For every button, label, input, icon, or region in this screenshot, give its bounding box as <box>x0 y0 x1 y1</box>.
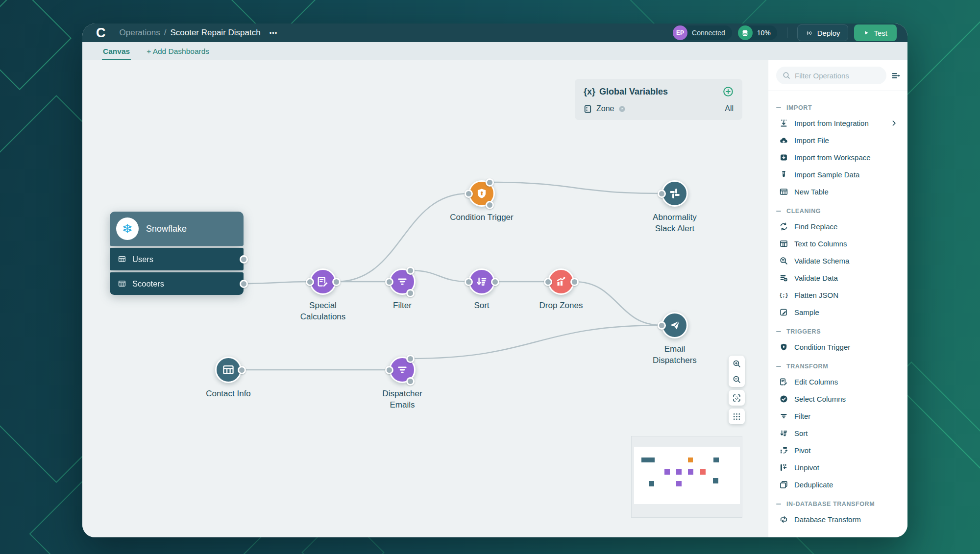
port-filter-bottom-right[interactable] <box>406 289 415 297</box>
port-users[interactable] <box>240 255 248 264</box>
deploy-button[interactable]: Deploy <box>797 24 849 41</box>
table-icon <box>222 364 234 376</box>
port-condition-trigger-top-right[interactable] <box>486 178 494 187</box>
dots-grid-icon <box>733 412 741 421</box>
avatar: EP <box>673 25 687 40</box>
node-abnormality-slack-alert-label: Abnormality Slack Alert <box>643 212 707 235</box>
sidebar-item-sort[interactable]: Sort <box>776 425 901 442</box>
port-dispatcher-emails-top-right[interactable] <box>406 355 415 363</box>
plus-circle-icon <box>723 86 734 97</box>
collapse-section-icon[interactable] <box>776 107 781 108</box>
tab-add-dashboards[interactable]: + Add Dashboards <box>147 47 209 60</box>
minimap-node <box>676 469 682 475</box>
sidebar-item-label: Text to Columns <box>794 240 847 248</box>
sidebar-item-label: Import from Integration <box>794 119 869 127</box>
sidebar-item-label: Import from Workspace <box>794 153 871 162</box>
connection-status: Connected <box>692 29 725 37</box>
sidebar-item-pivot[interactable]: Pivot <box>776 442 901 459</box>
snowflake-group[interactable]: ❄ Snowflake UsersScooters <box>110 212 244 295</box>
port-abnormality-slack-alert-left[interactable] <box>658 190 666 198</box>
zoom-control-group <box>729 409 745 424</box>
more-menu-button[interactable]: ••• <box>270 29 278 37</box>
snowflake-group-header[interactable]: ❄ Snowflake <box>110 212 244 246</box>
minimap-node <box>664 469 670 475</box>
test-button[interactable]: Test <box>854 24 897 41</box>
sidebar-item-select-columns[interactable]: Select Columns <box>776 390 901 408</box>
layout-dots-button[interactable] <box>729 409 745 424</box>
sidebar-item-unpivot[interactable]: Unpivot <box>776 459 901 476</box>
zoom-in-button[interactable] <box>729 356 745 371</box>
group-table-scooters[interactable]: Scooters <box>110 272 244 295</box>
sidebar-item-validate-data[interactable]: Validate Data <box>776 269 901 287</box>
variable-box-icon <box>584 105 592 113</box>
breadcrumb: Operations / Scooter Repair Dispatch <box>120 28 261 38</box>
sidebar-item-find-replace[interactable]: Find Replace <box>776 218 901 235</box>
section-header-cleaning: CLEANING <box>776 208 901 215</box>
sidebar-item-filter[interactable]: Filter <box>776 408 901 425</box>
topbar-divider <box>787 27 787 38</box>
collapse-section-icon[interactable] <box>776 504 781 505</box>
sidebar-item-new-table[interactable]: New Table <box>776 183 901 200</box>
port-email-dispatchers-left[interactable] <box>658 321 666 330</box>
help-icon[interactable]: ? <box>618 105 626 113</box>
usage-pill[interactable]: 10% <box>738 25 777 40</box>
sample-tube-icon <box>780 170 788 179</box>
sidebar-item-label: Deduplicate <box>794 481 833 489</box>
sidebar-item-import-file[interactable]: Import File <box>776 132 901 149</box>
unpivot-icon <box>780 463 788 472</box>
sidebar-item-text-to-columns[interactable]: Text to Columns <box>776 235 901 252</box>
sidebar-item-import-from-integration[interactable]: Import from Integration <box>776 115 901 132</box>
minimap-node <box>649 481 654 486</box>
collapse-sidebar-icon[interactable] <box>891 71 901 80</box>
breadcrumb-section[interactable]: Operations <box>120 28 160 38</box>
collapse-section-icon[interactable] <box>776 331 781 332</box>
sidebar-item-condition-trigger[interactable]: Condition Trigger <box>776 338 901 356</box>
sidebar-item-database-transform[interactable]: Database Transform <box>776 511 901 528</box>
port-condition-trigger-left[interactable] <box>465 190 473 198</box>
sort-icon <box>476 276 488 288</box>
port-dispatcher-emails-left[interactable] <box>385 366 393 374</box>
sidebar-item-flatten-json[interactable]: {;}Flatten JSON <box>776 287 901 304</box>
minimap-node <box>713 458 719 462</box>
sidebar-item-deduplicate[interactable]: Deduplicate <box>776 476 901 493</box>
minimap[interactable] <box>631 436 742 518</box>
filter-operations-input[interactable] <box>795 72 880 80</box>
collapse-section-icon[interactable] <box>776 211 781 212</box>
tab-bar: Canvas + Add Dashboards <box>82 42 907 60</box>
variable-value[interactable]: All <box>725 104 734 113</box>
port-drop-zones-left[interactable] <box>544 278 552 286</box>
tab-canvas[interactable]: Canvas <box>103 47 130 60</box>
collapse-section-icon[interactable] <box>776 366 781 367</box>
operations-sidebar: IMPORTImport from IntegrationImport File… <box>768 60 907 537</box>
collapse-list-icon <box>891 71 901 80</box>
sidebar-item-import-from-workspace[interactable]: Import from Workspace <box>776 149 901 166</box>
sidebar-item-import-sample-data[interactable]: Import Sample Data <box>776 166 901 183</box>
zoom-out-icon <box>733 375 741 384</box>
port-filter-left[interactable] <box>385 278 393 286</box>
sidebar-item-edit-columns[interactable]: Edit Columns <box>776 373 901 390</box>
chart-up-icon <box>555 276 567 288</box>
port-sort-right[interactable] <box>491 278 499 286</box>
sidebar-item-sample[interactable]: Sample <box>776 304 901 321</box>
search-icon <box>783 72 790 79</box>
sidebar-item-validate-schema[interactable]: Validate Schema <box>776 252 901 269</box>
port-scooters[interactable] <box>240 280 248 288</box>
port-filter-top-right[interactable] <box>406 266 415 275</box>
connection-pill[interactable]: EP Connected <box>673 25 732 40</box>
port-contact-info-right[interactable] <box>238 366 246 374</box>
cloud-upload-icon <box>780 136 788 145</box>
port-condition-trigger-bottom-right[interactable] <box>486 201 494 209</box>
add-variable-button[interactable] <box>723 86 734 97</box>
sidebar-item-label: Find Replace <box>794 222 837 231</box>
port-drop-zones-right[interactable] <box>570 278 579 286</box>
port-dispatcher-emails-bottom-right[interactable] <box>406 377 415 385</box>
sidebar-item-label: Sort <box>794 429 808 437</box>
node-contact-info-label: Contact Info <box>196 388 260 400</box>
port-special-calculations-right[interactable] <box>332 278 341 286</box>
fit-view-button[interactable] <box>729 390 745 406</box>
port-special-calculations-left[interactable] <box>306 278 314 286</box>
workflow-canvas[interactable]: {x} Global Variables Zone ? All ❄ Snowfl… <box>82 60 768 537</box>
zoom-out-button[interactable] <box>729 371 745 387</box>
group-table-users[interactable]: Users <box>110 248 244 270</box>
port-sort-left[interactable] <box>465 278 473 286</box>
